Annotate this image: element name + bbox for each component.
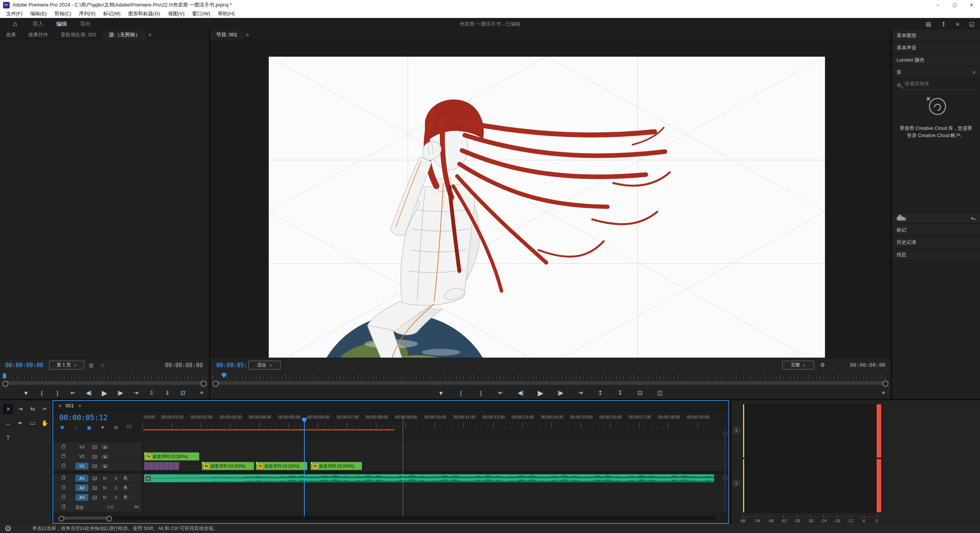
workspaces-icon[interactable]: ▤ xyxy=(926,21,931,28)
fx-badge-icon[interactable]: fx xyxy=(146,454,151,459)
voiceover-mic-icon[interactable] xyxy=(124,495,126,498)
track-label-A2[interactable]: A2 xyxy=(75,484,88,491)
track-header-A2[interactable]: A2MS xyxy=(53,483,142,492)
go-to-out-icon[interactable]: ⇥ xyxy=(576,389,585,396)
source-playhead[interactable] xyxy=(3,373,6,378)
video-fullscreen-icon[interactable]: ◱ xyxy=(969,21,975,28)
quick-export-icon[interactable]: ↥ xyxy=(941,21,946,28)
add-marker-icon[interactable]: ▼ xyxy=(22,390,30,396)
track-label-A3[interactable]: A3 xyxy=(75,494,88,501)
panel-header-信息[interactable]: 信息 xyxy=(892,249,980,261)
track-lock-icon[interactable] xyxy=(62,487,65,489)
clip-nested-sequence[interactable]: fx嵌套序列 03 [50%] xyxy=(256,462,307,470)
fx-badge-icon[interactable]: fx xyxy=(204,464,209,469)
clip-nested-sequence[interactable]: fx嵌套序列 03 [50%] xyxy=(310,462,362,470)
master-volume-value[interactable]: 0.0 xyxy=(108,505,113,509)
mark-in-icon[interactable]: { xyxy=(38,390,46,396)
menu-item-E[interactable]: 编辑(E) xyxy=(26,10,51,17)
program-quality-select[interactable]: 完整∨ xyxy=(782,361,814,370)
panel-tab-音轨混合器: 001[interactable]: 音轨混合器: 001 xyxy=(54,30,103,40)
track-header-A3[interactable]: A3MS xyxy=(53,493,142,502)
drag-audio-icon[interactable]: ♫ xyxy=(100,362,104,368)
track-header-V1[interactable]: V1 xyxy=(53,461,142,471)
libraries-panel-header[interactable]: 库 ≡ xyxy=(892,67,980,78)
home-icon[interactable]: ⌂ xyxy=(13,20,17,28)
track-content-A1[interactable]: fx xyxy=(142,474,728,483)
step-back-icon[interactable]: ◀| xyxy=(516,389,525,396)
menu-item-F[interactable]: 文件(F) xyxy=(2,10,26,17)
tool-rectangle[interactable]: ▭ xyxy=(28,418,38,428)
track-lock-icon[interactable] xyxy=(62,496,65,499)
track-header-A1[interactable]: A1MS xyxy=(53,474,142,483)
panel-header-基本图形[interactable]: 基本图形 xyxy=(892,30,980,42)
tool-pen[interactable]: ✒ xyxy=(15,418,25,428)
tool-track-select-forward[interactable]: ⇥ xyxy=(15,404,25,414)
menu-item-V[interactable]: 视图(V) xyxy=(164,10,188,17)
comparison-view-icon[interactable]: ◫ xyxy=(656,389,664,396)
menu-item-C[interactable]: 剪辑(C) xyxy=(51,10,75,17)
snap-icon[interactable]: ∩ xyxy=(72,425,80,430)
track-lock-icon[interactable] xyxy=(62,506,65,508)
solo-button[interactable]: S xyxy=(114,476,117,481)
fx-badge-icon[interactable]: fx xyxy=(313,464,318,469)
panel-header-历史记录[interactable]: 历史记录 xyxy=(892,237,980,249)
program-fit-select[interactable]: 适合∨ xyxy=(248,361,281,370)
sync-lock-icon[interactable] xyxy=(92,486,97,490)
add-marker-icon[interactable]: ▼ xyxy=(99,425,106,430)
meter-clip-indicator[interactable] xyxy=(877,404,881,458)
track-label-V1[interactable]: V1 xyxy=(75,463,88,469)
workspace-tab-导出[interactable]: 导出 xyxy=(80,21,91,28)
panel-menu-icon[interactable]: ≡ xyxy=(78,403,82,409)
track-header-master[interactable]: 混合0.0⋈ xyxy=(53,502,142,512)
timeline-vertical-scrollbar[interactable] xyxy=(725,432,725,512)
track-lock-icon[interactable] xyxy=(62,455,65,458)
panel-header-标记[interactable]: 标记 xyxy=(892,224,980,236)
track-content-V2[interactable]: fx嵌套序列 03 [50%] xyxy=(142,452,728,461)
menu-item-H[interactable]: 帮助(H) xyxy=(214,10,238,17)
hamburger-menu-icon[interactable]: ≡ xyxy=(956,21,959,28)
step-forward-icon[interactable]: |▶ xyxy=(116,389,124,396)
track-label-A1[interactable]: A1 xyxy=(75,475,88,482)
sync-lock-icon[interactable] xyxy=(92,477,97,480)
source-page-select[interactable]: 第 1 页∨ xyxy=(49,361,84,370)
add-marker-icon[interactable]: ▼ xyxy=(437,390,445,396)
menu-item-W[interactable]: 窗口(W) xyxy=(188,10,214,17)
source-button-editor-plus[interactable]: + xyxy=(199,387,204,399)
program-playhead[interactable] xyxy=(222,373,226,378)
linked-selection-icon[interactable]: ▣ xyxy=(85,425,93,430)
timeline-current-timecode[interactable]: 00:00:05:12 xyxy=(59,413,108,422)
timeline-playhead[interactable] xyxy=(304,422,305,517)
clip-audio-nested-sequence[interactable]: fx xyxy=(144,474,714,482)
panel-header-Lumetri 颜色[interactable]: Lumetri 颜色 xyxy=(892,54,980,66)
panel-menu-icon[interactable]: ≡ xyxy=(972,69,975,75)
source-current-timecode[interactable]: 00:00:00:00 xyxy=(5,362,43,369)
settings-icon[interactable]: ⚙ xyxy=(112,425,120,430)
solo-left-button[interactable]: S xyxy=(733,427,740,433)
program-panel-tab[interactable]: 节目: 001 xyxy=(210,30,243,40)
solo-button[interactable]: S xyxy=(114,486,117,490)
overwrite-icon[interactable]: ⇓ xyxy=(163,389,172,396)
go-to-in-icon[interactable]: ⇤ xyxy=(69,389,77,396)
go-to-out-icon[interactable]: ⇥ xyxy=(132,389,140,396)
panel-tab-效果控件[interactable]: 效果控件 xyxy=(22,30,54,40)
track-output-eye-icon[interactable] xyxy=(102,464,108,468)
clip-nested-sequence[interactable]: fx嵌套序列 03 [50%] xyxy=(144,452,199,461)
track-label-V3[interactable]: V3 xyxy=(75,443,88,450)
add-library-button[interactable]: +▾ xyxy=(970,215,975,221)
clip-frame-thumbnails[interactable] xyxy=(144,462,180,470)
captions-icon[interactable]: CC xyxy=(126,425,133,430)
panel-menu-icon[interactable]: ≡ xyxy=(149,32,152,38)
sync-lock-icon[interactable] xyxy=(92,455,97,458)
timeline-ruler[interactable]: :00:0000:00:01:0000:00:02:0000:00:03:000… xyxy=(142,415,709,430)
menu-item-S[interactable]: 序列(S) xyxy=(75,10,99,17)
track-output-eye-icon[interactable] xyxy=(102,455,108,458)
panel-tab-效果[interactable]: 效果 xyxy=(0,30,22,40)
workspace-tab-导入[interactable]: 导入 xyxy=(33,21,43,28)
sync-lock-icon[interactable] xyxy=(92,445,97,449)
track-content-A2[interactable] xyxy=(142,483,728,492)
tool-razor[interactable]: ✂ xyxy=(40,404,50,414)
cloud-sync-disabled-icon[interactable] xyxy=(897,217,905,221)
track-content-V3[interactable] xyxy=(142,442,728,451)
tool-hand[interactable]: ✋ xyxy=(40,418,50,428)
tool-slip[interactable]: ↔ xyxy=(3,418,13,428)
